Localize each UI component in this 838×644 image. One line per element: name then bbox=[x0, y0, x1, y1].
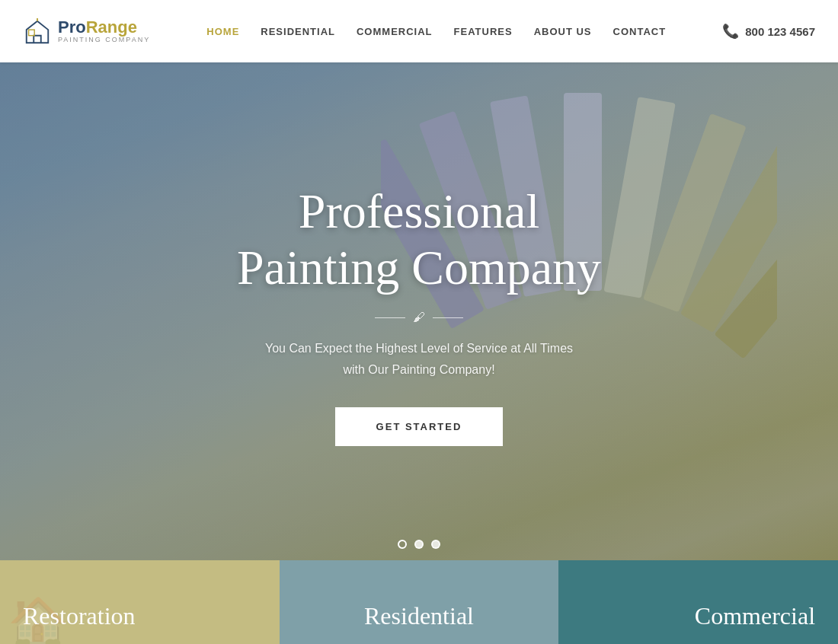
panel-residential-title: Residential bbox=[364, 602, 474, 630]
hero-title-line1: Professional bbox=[299, 184, 539, 238]
hero-dot-3[interactable] bbox=[431, 540, 440, 549]
hero-dots bbox=[398, 540, 440, 549]
nav-residential[interactable]: RESIDENTIAL bbox=[261, 26, 335, 37]
hero-title-line2: Painting Company bbox=[237, 241, 601, 295]
main-nav: HOME RESIDENTIAL COMMERCIAL FEATURES ABO… bbox=[206, 26, 666, 37]
nav-features[interactable]: FEATURES bbox=[454, 26, 513, 37]
nav-commercial[interactable]: COMMERCIAL bbox=[357, 26, 433, 37]
panel-restoration-title: Restoration bbox=[23, 602, 136, 630]
nav-contact[interactable]: CONTACT bbox=[613, 26, 667, 37]
hero-divider-icon: 🖌 bbox=[413, 311, 425, 324]
nav-about[interactable]: ABOUT US bbox=[534, 26, 592, 37]
logo-text: ProRange PAINTING COMPANY bbox=[58, 18, 150, 44]
nav-home[interactable]: HOME bbox=[206, 26, 239, 37]
phone-number: 800 123 4567 bbox=[745, 25, 815, 38]
phone-icon: 📞 bbox=[722, 23, 739, 40]
panel-commercial-title: Commercial bbox=[695, 602, 815, 630]
bottom-panels: Restoration Residential Commercial bbox=[0, 560, 838, 644]
logo-house-icon bbox=[23, 17, 52, 46]
hero-divider: 🖌 bbox=[375, 311, 463, 324]
hero-content: Professional Painting Company 🖌 You Can … bbox=[0, 62, 838, 567]
hero-subtitle: You Can Expect the Highest Level of Serv… bbox=[265, 338, 573, 379]
panel-residential[interactable]: Residential bbox=[280, 560, 559, 644]
hero-divider-right bbox=[433, 317, 463, 318]
hero-subtitle-line1: You Can Expect the Highest Level of Serv… bbox=[265, 342, 573, 355]
hero-cta-button[interactable]: GET STARTED bbox=[335, 407, 504, 446]
hero-subtitle-line2: with Our Painting Company! bbox=[343, 363, 494, 376]
logo-name: ProRange bbox=[58, 18, 150, 37]
hero-divider-left bbox=[375, 317, 405, 318]
panel-restoration[interactable]: Restoration bbox=[0, 560, 280, 644]
hero-dot-2[interactable] bbox=[414, 540, 424, 549]
hero-section: Professional Painting Company 🖌 You Can … bbox=[0, 62, 838, 567]
header: ProRange PAINTING COMPANY HOME RESIDENTI… bbox=[0, 0, 838, 62]
logo[interactable]: ProRange PAINTING COMPANY bbox=[23, 17, 150, 46]
svg-rect-0 bbox=[29, 30, 35, 36]
panel-commercial[interactable]: Commercial bbox=[558, 560, 838, 644]
hero-dot-1[interactable] bbox=[398, 540, 407, 549]
logo-tagline: PAINTING COMPANY bbox=[58, 37, 150, 44]
logo-range: Range bbox=[86, 18, 137, 37]
phone-block[interactable]: 📞 800 123 4567 bbox=[722, 23, 815, 40]
hero-title: Professional Painting Company bbox=[237, 183, 601, 295]
logo-pro: Pro bbox=[58, 18, 86, 37]
